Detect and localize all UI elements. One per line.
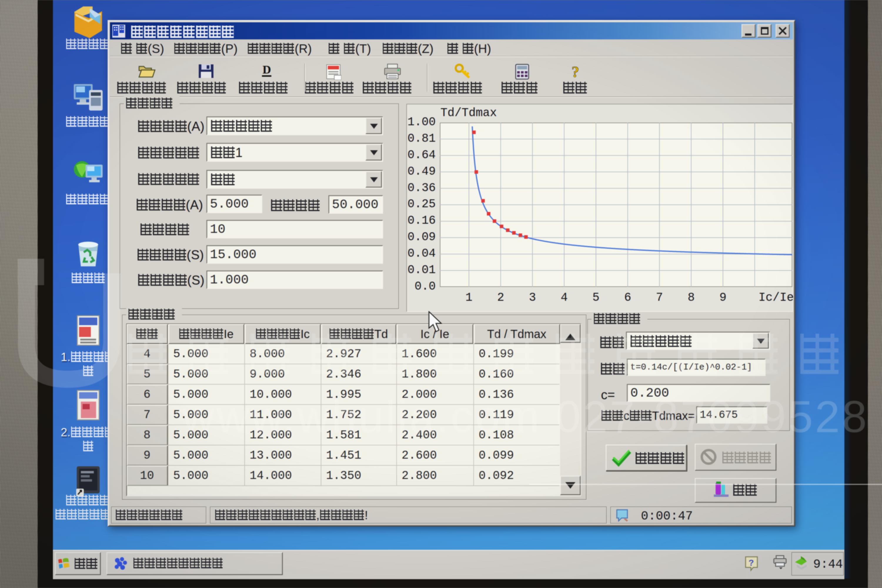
svg-text:?: ? (572, 63, 579, 80)
svg-text:D: D (262, 63, 271, 76)
svg-text:?: ? (748, 558, 754, 567)
